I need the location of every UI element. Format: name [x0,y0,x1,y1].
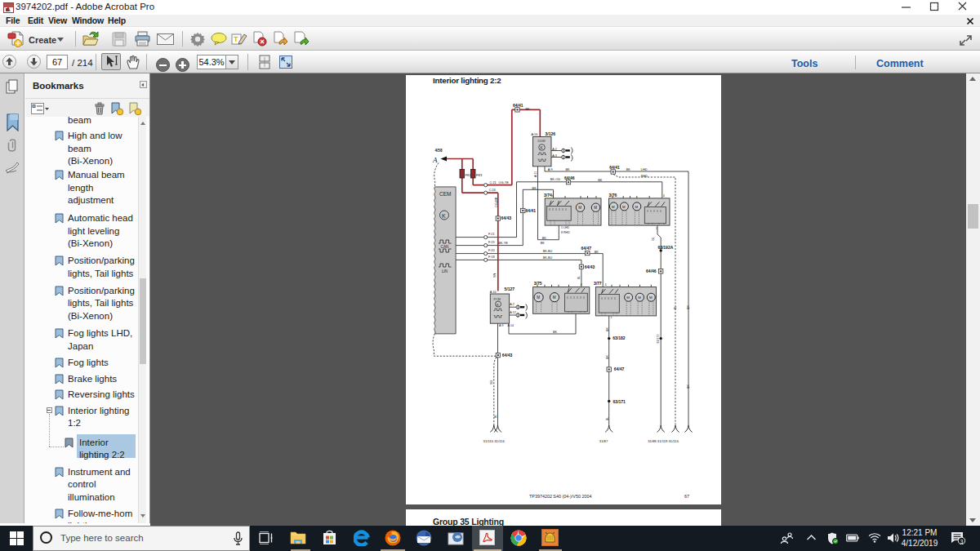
svg-text:BK: BK [598,179,603,182]
svg-text:5/127: 5/127 [505,287,515,291]
svg-text:3: 3 [960,539,964,544]
svg-text:M: M [612,205,615,209]
svg-text:A:9: A:9 [548,168,553,171]
svg-text:BK: BK [553,331,558,334]
svg-text:CAN: CAN [441,245,449,249]
svg-text:BL: BL [652,237,655,240]
svg-text:BL: BL [606,417,609,420]
svg-text:63/172: 63/172 [657,335,660,344]
svg-text:BK: BK [532,187,537,190]
svg-text:F:18: F:18 [488,256,495,259]
svg-text:64/46: 64/46 [564,176,575,180]
svg-text:3/74: 3/74 [544,193,552,198]
svg-text:OG-YE: OG-YE [499,181,510,184]
svg-text:LHD: LHD [641,168,648,171]
svg-text:BK: BK [542,237,547,240]
svg-text:BK: BK [687,305,690,309]
svg-text:4: 4 [663,194,665,198]
svg-text:K: K [497,303,499,307]
svg-text:BK: BK [566,168,571,171]
svg-text:4/58: 4/58 [435,149,443,153]
svg-text:BK-BU: BK-BU [543,256,553,260]
svg-text:LIN: LIN [442,269,448,273]
svg-text:3/77: 3/77 [594,281,602,286]
svg-text:64/46: 64/46 [646,269,657,273]
svg-text:1 LHD: 1 LHD [561,226,570,229]
svg-text:BK: BK [595,251,599,254]
svg-text:64/47: 64/47 [614,367,625,371]
svg-text:1: 1 [611,316,612,319]
svg-text:PCM: PCM [494,298,501,301]
svg-text:BL: BL [674,306,677,309]
svg-text:4: 4 [605,283,607,287]
svg-text:BK: BK [687,384,690,389]
svg-text:1: 1 [656,227,657,230]
svg-text:F83: F83 [476,173,483,177]
svg-text:BL: BL [494,415,497,418]
svg-text:3/75: 3/75 [534,281,542,286]
svg-text:M: M [594,206,597,210]
svg-text:BK-BU: BK-BU [543,250,553,253]
svg-text:A:9: A:9 [499,324,503,327]
svg-text:F82: F82 [466,173,472,177]
svg-text:63/192A: 63/192A [657,245,673,250]
svg-text:BK-OG: BK-OG [550,178,560,181]
svg-text:C:21: C:21 [490,181,497,184]
svg-text:Interior lighting 2:2: Interior lighting 2:2 [433,76,501,85]
svg-text:A:2: A:2 [552,148,556,151]
svg-text:64/47: 64/47 [581,246,592,251]
svg-text:64/41: 64/41 [609,165,620,170]
svg-text:F:20: F:20 [488,249,495,252]
svg-text:A:12: A:12 [510,311,515,314]
svg-text:A:2: A:2 [510,303,514,306]
svg-text:4: 4 [581,283,582,287]
svg-text:RHD: RHD [641,175,648,178]
svg-text:CEM: CEM [439,191,451,197]
svg-text:M: M [638,295,641,300]
svg-text:4: 4 [552,194,554,198]
svg-text:BK: BK [606,327,609,331]
svg-text:31/115 31/116: 31/115 31/116 [483,439,506,443]
svg-text:OG-BR: OG-BR [495,197,498,207]
svg-text:M: M [635,205,639,209]
svg-text:BK: BK [541,242,546,245]
svg-text:8 RHD: 8 RHD [561,231,570,234]
svg-text:A: A [432,156,438,164]
svg-text:67: 67 [684,494,689,499]
svg-text:F:19: F:19 [488,241,495,244]
svg-text:64/43: 64/43 [501,216,512,220]
svg-text:F:21: F:21 [488,233,495,236]
svg-text:A:16: A:16 [532,133,538,136]
svg-text:A:10: A:10 [490,291,497,294]
svg-text:31/88 31/119 31/116: 31/88 31/119 31/116 [648,439,679,443]
svg-text:M: M [553,295,556,300]
svg-text:31/87: 31/87 [599,439,608,443]
svg-text:BK: BK [526,108,531,111]
svg-text:64/43: 64/43 [502,353,513,358]
svg-text:M: M [578,206,581,210]
svg-text:M: M [626,295,630,300]
svg-text:M: M [622,205,626,209]
svg-text:TP3974202 S40 (04-)/V50 2004: TP3974202 S40 (04-)/V50 2004 [529,494,591,499]
svg-text:K: K [442,213,446,219]
svg-text:T: T [234,35,238,43]
svg-text:BL: BL [577,276,581,279]
svg-text:BK: BK [626,168,631,171]
svg-text:M: M [649,295,653,300]
svg-text:SN: SN [493,273,497,278]
svg-text:C:24: C:24 [489,189,496,192]
svg-text:A:3: A:3 [552,154,556,158]
svg-text:DDM: DDM [538,139,546,143]
svg-text:64/43: 64/43 [585,264,595,269]
svg-text:64/41: 64/41 [526,208,537,213]
svg-text:BK: BK [606,355,609,359]
svg-text:63/171: 63/171 [613,399,626,404]
svg-text:BK-YE: BK-YE [498,242,508,245]
svg-text:3/126: 3/126 [546,131,556,136]
svg-text:M: M [537,295,540,300]
svg-text:A: A [6,6,11,13]
svg-text:A:11: A:11 [534,171,537,177]
svg-text:A:14: A:14 [508,324,514,327]
svg-text:64/41: 64/41 [513,103,523,108]
svg-text:3/76: 3/76 [609,193,617,198]
